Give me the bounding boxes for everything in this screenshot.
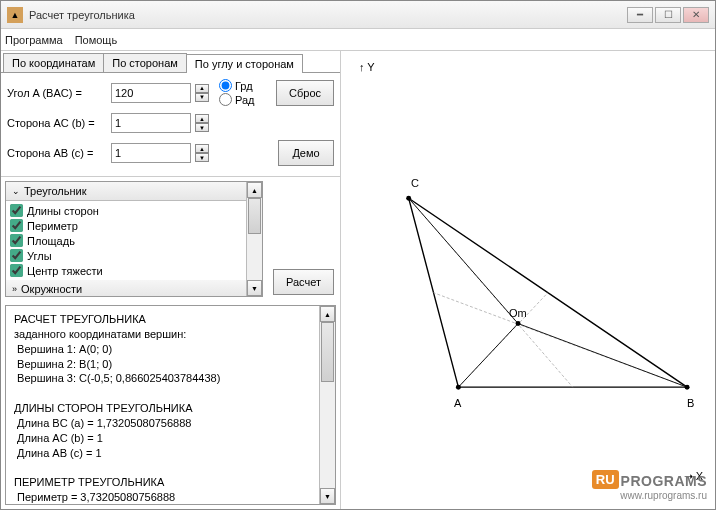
watermark: RUPROGRAMS www.ruprograms.ru (592, 470, 707, 501)
angle-input[interactable] (111, 83, 191, 103)
accordion-triangle-header[interactable]: ⌄Треугольник (6, 182, 246, 201)
check-sides[interactable]: Длины сторон (10, 203, 242, 218)
tab-by-sides[interactable]: По сторонам (103, 53, 187, 72)
side-ac-spinner[interactable]: ▲▼ (195, 114, 209, 132)
canvas-panel: ↑ Y ➝ X C A B Om RUPROGRAMS www.rup (341, 51, 715, 509)
window-title: Расчет треугольника (29, 9, 627, 21)
menu-help[interactable]: Помощь (75, 34, 118, 46)
triangle-canvas (349, 59, 707, 497)
svg-line-5 (458, 324, 518, 388)
angle-spinner[interactable]: ▲▼ (195, 84, 209, 102)
accordion-circles-header[interactable]: »Окружности (6, 280, 246, 296)
centroid-label: Om (509, 307, 527, 319)
angle-label: Угол A (BAC) = (7, 87, 107, 99)
chevron-right-icon: » (12, 284, 17, 294)
check-angles[interactable]: Углы (10, 248, 242, 263)
options-accordion: ⌄Треугольник Длины сторон Периметр Площа… (5, 181, 263, 297)
input-panel: Угол A (BAC) = ▲▼ Грд Рад Сброс Сторона … (1, 73, 340, 177)
left-panel: По координатам По сторонам По углу и сто… (1, 51, 341, 509)
tabs: По координатам По сторонам По углу и сто… (1, 51, 340, 73)
vertex-c-label: C (411, 177, 419, 189)
close-button[interactable]: ✕ (683, 7, 709, 23)
accordion-scrollbar[interactable]: ▲ ▼ (246, 182, 262, 296)
check-area[interactable]: Площадь (10, 233, 242, 248)
vertex-a-label: A (454, 397, 461, 409)
svg-point-10 (516, 321, 521, 326)
tab-by-coords[interactable]: По координатам (3, 53, 104, 72)
output-panel: РАСЧЕТ ТРЕУГОЛЬНИКА заданного координата… (5, 305, 336, 505)
deg-radio[interactable]: Грд (219, 79, 255, 92)
svg-point-7 (406, 196, 411, 201)
reset-button[interactable]: Сброс (276, 80, 334, 106)
menu-bar: Программа Помощь (1, 29, 715, 51)
title-bar: ▲ Расчет треугольника ━ ☐ ✕ (1, 1, 715, 29)
side-ac-input[interactable] (111, 113, 191, 133)
output-text[interactable]: РАСЧЕТ ТРЕУГОЛЬНИКА заданного координата… (6, 306, 319, 504)
demo-button[interactable]: Демо (278, 140, 334, 166)
maximize-button[interactable]: ☐ (655, 7, 681, 23)
minimize-button[interactable]: ━ (627, 7, 653, 23)
tab-by-angle-sides[interactable]: По углу и сторонам (186, 54, 303, 73)
svg-point-8 (685, 385, 690, 390)
output-scrollbar[interactable]: ▲ ▼ (319, 306, 335, 504)
app-icon: ▲ (7, 7, 23, 23)
svg-point-9 (456, 385, 461, 390)
chevron-down-icon: ⌄ (12, 186, 20, 196)
side-ab-label: Сторона AB (c) = (7, 147, 107, 159)
check-centroid[interactable]: Центр тяжести (10, 263, 242, 278)
side-ab-spinner[interactable]: ▲▼ (195, 144, 209, 162)
side-ac-label: Сторона AC (b) = (7, 117, 107, 129)
check-perimeter[interactable]: Периметр (10, 218, 242, 233)
calculate-button[interactable]: Расчет (273, 269, 334, 295)
rad-radio[interactable]: Рад (219, 93, 255, 106)
vertex-b-label: B (687, 397, 694, 409)
svg-line-6 (518, 324, 687, 388)
menu-program[interactable]: Программа (5, 34, 63, 46)
side-ab-input[interactable] (111, 143, 191, 163)
